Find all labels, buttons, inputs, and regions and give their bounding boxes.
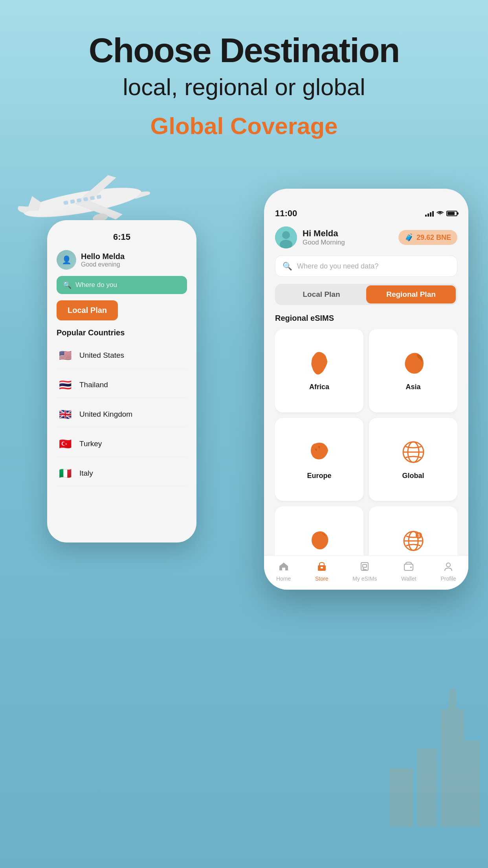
asia-icon (402, 351, 425, 379)
signal-bar-3 (430, 212, 431, 217)
bg-greeting-row: 👤 Hello Melda Good evening (57, 250, 187, 270)
fg-avatar-image (275, 226, 297, 248)
plan-toggle: Local Plan Regional Plan (275, 284, 457, 305)
tr-name: Turkey (79, 440, 102, 448)
it-name: Italy (79, 469, 93, 478)
signal-icon (425, 210, 434, 217)
store-icon (317, 561, 327, 574)
esim-card-global[interactable]: Global (369, 418, 457, 501)
europe-icon (308, 440, 331, 468)
home-icon (279, 561, 289, 574)
greeting-left: Hi Melda Good Morning (275, 226, 345, 248)
country-item-it[interactable]: 🇮🇹 Italy (57, 461, 187, 486)
nav-profile[interactable]: Profile (440, 561, 456, 582)
country-list: 🇺🇸 United States 🇹🇭 Thailand 🇬🇧 United K… (57, 343, 187, 486)
bg-avatar-image: 👤 (57, 250, 76, 270)
esim-grid: Africa Asia (275, 329, 457, 590)
wallet-badge[interactable]: 🧳 29.62 BNE (398, 230, 457, 245)
country-item-us[interactable]: 🇺🇸 United States (57, 343, 187, 368)
fg-good-morning: Good Morning (303, 239, 345, 246)
th-name: Thailand (79, 381, 108, 389)
foreground-phone: 11:00 (264, 189, 468, 590)
global-label: Global (402, 472, 424, 480)
profile-icon (443, 561, 453, 574)
battery-icon (446, 211, 457, 216)
battery-fill (448, 212, 455, 215)
signal-bar-2 (427, 213, 429, 217)
svg-rect-22 (363, 565, 367, 567)
fg-greeting-row: Hi Melda Good Morning 🧳 29.62 BNE (275, 226, 457, 248)
esim-card-africa[interactable]: Africa (275, 329, 363, 412)
wallet-nav-icon (404, 561, 414, 574)
svg-rect-20 (321, 567, 323, 568)
bg-greeting-sub: Good evening (81, 261, 125, 268)
nav-store[interactable]: Store (315, 561, 328, 582)
nav-wallet[interactable]: Wallet (401, 561, 416, 582)
svg-point-26 (410, 566, 412, 568)
signal-bar-1 (425, 215, 427, 217)
svg-rect-32 (390, 768, 413, 827)
regional-plan-btn[interactable]: Regional Plan (366, 285, 456, 303)
svg-rect-29 (449, 693, 457, 709)
svg-rect-28 (441, 709, 464, 827)
uk-flag: 🇬🇧 (57, 406, 74, 423)
country-item-tr[interactable]: 🇹🇷 Turkey (57, 431, 187, 457)
bg-local-plan-btn[interactable]: Local Plan (57, 300, 118, 320)
store-label: Store (315, 576, 328, 582)
status-bar: 11:00 (275, 208, 457, 219)
esim-card-europe[interactable]: Europe (275, 418, 363, 501)
bg-search-icon: 🔍 (63, 281, 72, 289)
profile-label: Profile (440, 576, 456, 582)
buildings-right (370, 670, 488, 829)
fg-search-bar[interactable]: 🔍 Where do you need data? (275, 256, 457, 277)
africa-icon (308, 351, 330, 379)
nav-home[interactable]: Home (276, 561, 291, 582)
bg-phone-time: 6:15 (57, 232, 187, 242)
fg-avatar (275, 226, 297, 248)
greeting-texts: Hi Melda Good Morning (303, 228, 345, 246)
esim-card-asia[interactable]: Asia (369, 329, 457, 412)
nav-esims[interactable]: My eSIMs (352, 561, 377, 582)
sub-title: local, regional or global (0, 74, 488, 101)
phones-container: 6:15 👤 Hello Melda Good evening 🔍 Where … (24, 189, 488, 590)
europe-label: Europe (307, 472, 331, 480)
svg-point-9 (282, 231, 290, 239)
bg-hello-text: Hello Melda (81, 252, 125, 261)
bg-avatar: 👤 (57, 250, 76, 270)
phone-notch (335, 189, 398, 202)
local-plan-btn[interactable]: Local Plan (277, 285, 366, 303)
fg-search-icon: 🔍 (283, 261, 292, 271)
country-item-th[interactable]: 🇹🇭 Thailand (57, 372, 187, 398)
esims-icon (360, 561, 370, 574)
esims-label: My eSIMs (352, 576, 377, 582)
global-icon (402, 440, 425, 468)
middle-east-icon (308, 529, 331, 557)
wifi-icon (436, 210, 444, 217)
popular-section-title: Popular Countries (57, 328, 187, 337)
uk-name: United Kingdom (79, 410, 132, 419)
background-phone: 6:15 👤 Hello Melda Good evening 🔍 Where … (47, 220, 196, 542)
bottom-nav: Home Store (264, 555, 468, 590)
bg-search-bar[interactable]: 🔍 Where do you (57, 276, 187, 294)
it-flag: 🇮🇹 (57, 465, 74, 482)
svg-text:$: $ (418, 533, 420, 538)
fg-hello-text: Hi Melda (303, 228, 345, 239)
regional-esims-title: Regional eSIMS (275, 314, 457, 323)
signal-bar-4 (432, 211, 434, 217)
status-icons (425, 210, 457, 217)
mini-global-icon: $ (402, 529, 425, 557)
us-name: United States (79, 351, 124, 360)
country-item-uk[interactable]: 🇬🇧 United Kingdom (57, 402, 187, 427)
svg-rect-30 (417, 748, 437, 827)
fg-search-placeholder: Where do you need data? (297, 262, 378, 270)
main-title: Choose Destination (0, 31, 488, 70)
us-flag: 🇺🇸 (57, 347, 74, 364)
wallet-amount: 29.62 BNE (416, 234, 451, 242)
header-section: Choose Destination local, regional or gl… (0, 0, 488, 140)
home-label: Home (276, 576, 291, 582)
tr-flag: 🇹🇷 (57, 435, 74, 452)
th-flag: 🇹🇭 (57, 376, 74, 394)
wallet-label: Wallet (401, 576, 416, 582)
svg-rect-31 (464, 741, 480, 827)
global-coverage-label: Global Coverage (0, 112, 488, 140)
